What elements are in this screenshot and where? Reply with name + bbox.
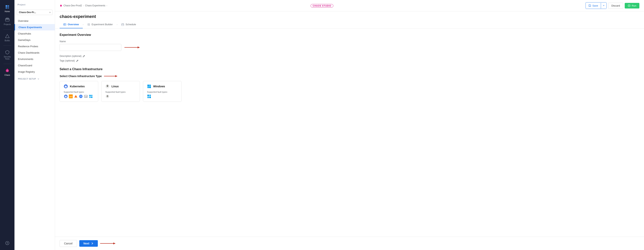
- svg-rect-3: [8, 7, 9, 9]
- breadcrumb: Chaos-Dev-Prod2 › Chaos Experiments ›: [60, 4, 107, 7]
- main-content: Chaos-Dev-Prod2 › Chaos Experiments › CH…: [55, 0, 644, 250]
- overview-tab-icon: [64, 23, 66, 26]
- run-button[interactable]: Run: [625, 3, 639, 8]
- tab-experiment-builder[interactable]: Experiment Builder: [84, 21, 117, 28]
- svg-marker-23: [138, 46, 140, 48]
- sidebar-item-overview[interactable]: Overview: [14, 18, 55, 24]
- windows-card-header: Windows: [147, 84, 178, 88]
- project-selector-chevron: ›: [50, 11, 50, 14]
- sidebar-item-projects[interactable]: Projects: [1, 15, 14, 27]
- sidebar-item-chaoshubs[interactable]: ChaosHubs: [14, 30, 55, 37]
- sidebar-item-label: Home: [5, 10, 10, 12]
- linux-card-header: Linux: [105, 84, 136, 88]
- chevron-down-icon: [602, 4, 605, 6]
- header-actions: Save Discard Run: [586, 2, 639, 9]
- edit-icon: [82, 55, 85, 57]
- tabs-row: Overview › Experiment Builder › Schedule: [55, 21, 644, 28]
- infra-card-kubernetes[interactable]: Kubernetes Supported fault types: aws: [60, 81, 98, 102]
- infrastructure-title: Select a Chaos Infrastructure: [60, 67, 639, 71]
- svg-text:?: ?: [6, 242, 8, 245]
- sidebar-item-help[interactable]: ?: [1, 239, 14, 248]
- arrow-annotation-name: [124, 45, 140, 49]
- windows-fault-icons: [147, 94, 178, 98]
- security-icon: [5, 49, 10, 55]
- sidebar-divider: [4, 29, 11, 29]
- save-dropdown-button[interactable]: [601, 2, 606, 9]
- svg-rect-51: [149, 85, 151, 86]
- cancel-button[interactable]: Cancel: [60, 240, 77, 247]
- svg-rect-57: [149, 97, 151, 98]
- breadcrumb-experiments[interactable]: Chaos Experiments: [85, 4, 105, 7]
- save-button[interactable]: Save: [586, 3, 601, 8]
- experiment-overview-section: Experiment Overview Name Description (op…: [60, 33, 639, 62]
- experiment-overview-title: Experiment Overview: [60, 33, 639, 37]
- schedule-tab-icon: [121, 23, 124, 26]
- sidebar-item-builds[interactable]: Builds: [1, 31, 14, 43]
- project-setup-label[interactable]: PROJECT SETUP: [14, 75, 55, 81]
- svg-rect-56: [148, 97, 149, 98]
- sidebar-item-label: Projects: [4, 23, 10, 25]
- svg-rect-52: [148, 87, 149, 88]
- bottom-actions: Cancel Next: [55, 237, 644, 250]
- name-input[interactable]: [60, 44, 121, 51]
- breadcrumb-project[interactable]: Chaos-Dev-Prod2: [64, 4, 82, 7]
- sidebar-item-gamedays[interactable]: GameDays: [14, 37, 55, 43]
- svg-rect-38: [89, 97, 91, 98]
- linux-fault-icons: [105, 94, 136, 98]
- sidebar-item-chaos[interactable]: Chaos: [1, 66, 14, 78]
- description-optional[interactable]: Description (optional): [60, 55, 639, 57]
- infra-card-windows[interactable]: Windows Supported fault types:: [143, 81, 182, 102]
- icon-sidebar: Home Projects Builds Security Tests: [0, 0, 14, 250]
- sidebar-divider-2: [4, 45, 11, 46]
- next-icon: [91, 242, 94, 245]
- tab-schedule[interactable]: Schedule: [118, 21, 140, 28]
- project-name: Chaos-Dev-Pr...: [19, 11, 36, 14]
- svg-rect-0: [6, 5, 7, 7]
- projects-icon: [5, 17, 10, 22]
- svg-text:VM: VM: [85, 96, 87, 97]
- sidebar-item-chaos-experiments[interactable]: Chaos Experiments: [14, 24, 55, 30]
- name-label: Name: [60, 40, 639, 43]
- sidebar-item-security[interactable]: Security Tests: [1, 48, 14, 62]
- svg-rect-55: [149, 95, 151, 96]
- windows-icon: [147, 84, 151, 88]
- chaos-icon: [5, 68, 10, 73]
- next-button[interactable]: Next: [79, 240, 98, 247]
- page-title: chaos-experiment: [55, 11, 644, 19]
- chaos-breadcrumb-icon: [60, 4, 62, 7]
- sidebar-item-label: Builds: [5, 39, 10, 42]
- content-area: Experiment Overview Name Description (op…: [55, 28, 644, 237]
- project-selector[interactable]: Chaos-Dev-Pr... ›: [17, 10, 52, 15]
- svg-marker-7: [6, 34, 9, 38]
- chaos-studio-badge: CHAOS STUDIO: [310, 4, 334, 7]
- svg-rect-37: [91, 95, 92, 96]
- svg-rect-18: [122, 24, 124, 26]
- tags-optional[interactable]: Tags (optional): [60, 59, 639, 62]
- sidebar-item-chaos-dashboards[interactable]: Chaos Dashboards: [14, 49, 55, 56]
- discard-button[interactable]: Discard: [608, 3, 623, 9]
- breadcrumb-sep-1: ›: [83, 4, 84, 7]
- infra-card-linux[interactable]: Linux Supported fault types:: [101, 81, 140, 102]
- svg-point-43: [107, 86, 108, 86]
- save-button-group[interactable]: Save: [586, 2, 606, 9]
- name-form-group: Name: [60, 40, 639, 51]
- svg-rect-2: [6, 7, 7, 9]
- save-icon: [588, 4, 591, 7]
- builds-icon: [5, 33, 10, 39]
- sidebar-item-chaosguard[interactable]: ChaosGuard: [14, 62, 55, 69]
- tab-overview[interactable]: Overview: [60, 21, 83, 28]
- builder-tab-icon: [88, 23, 90, 26]
- sidebar-item-home[interactable]: Home: [1, 2, 14, 14]
- home-icon: [5, 4, 10, 10]
- sidebar-item-environments[interactable]: Environments: [14, 56, 55, 62]
- arrow-annotation-next: [100, 242, 116, 245]
- sidebar-item-resilience-probes[interactable]: Resilience Probes: [14, 43, 55, 49]
- svg-marker-25: [115, 75, 118, 77]
- sidebar-divider-3: [4, 64, 11, 64]
- svg-rect-53: [149, 87, 151, 88]
- sidebar-item-image-registry[interactable]: Image Registry: [14, 69, 55, 75]
- svg-point-8: [6, 70, 8, 71]
- svg-marker-59: [113, 243, 116, 245]
- fault-windows-icon: [147, 94, 151, 98]
- svg-rect-54: [148, 95, 149, 96]
